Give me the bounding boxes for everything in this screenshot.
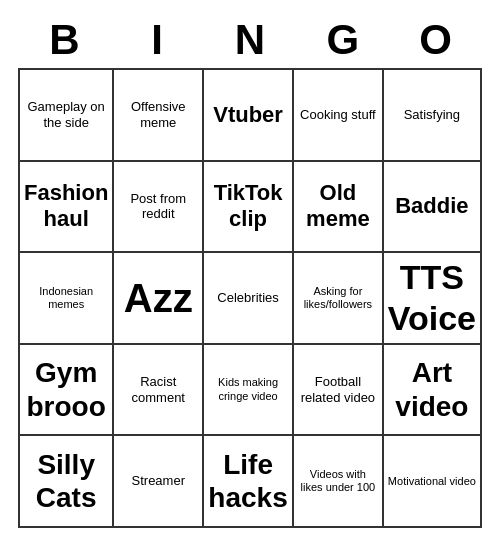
title-letter: N bbox=[206, 16, 294, 64]
bingo-cell: Streamer bbox=[114, 436, 204, 528]
bingo-cell: Asking for likes/followers bbox=[294, 253, 384, 345]
bingo-cell: Fashion haul bbox=[20, 162, 114, 254]
title-letter: I bbox=[113, 16, 201, 64]
bingo-cell: Kids making cringe video bbox=[204, 345, 294, 437]
bingo-grid: Gameplay on the sideOffensive memeVtuber… bbox=[18, 68, 482, 528]
bingo-cell: Baddie bbox=[384, 162, 482, 254]
bingo-cell: Satisfying bbox=[384, 70, 482, 162]
bingo-cell: Post from reddit bbox=[114, 162, 204, 254]
bingo-cell: Gameplay on the side bbox=[20, 70, 114, 162]
bingo-card: BINGO Gameplay on the sideOffensive meme… bbox=[10, 8, 490, 536]
bingo-title: BINGO bbox=[18, 16, 482, 64]
bingo-cell: Cooking stuff bbox=[294, 70, 384, 162]
bingo-cell: TTS Voice bbox=[384, 253, 482, 345]
bingo-cell: Celebrities bbox=[204, 253, 294, 345]
bingo-cell: Offensive meme bbox=[114, 70, 204, 162]
bingo-cell: Motivational video bbox=[384, 436, 482, 528]
bingo-cell: TikTok clip bbox=[204, 162, 294, 254]
bingo-cell: Life hacks bbox=[204, 436, 294, 528]
bingo-cell: Silly Cats bbox=[20, 436, 114, 528]
bingo-cell: Racist comment bbox=[114, 345, 204, 437]
bingo-cell: Art video bbox=[384, 345, 482, 437]
title-letter: O bbox=[392, 16, 480, 64]
bingo-cell: Vtuber bbox=[204, 70, 294, 162]
bingo-cell: Indonesian memes bbox=[20, 253, 114, 345]
bingo-cell: Videos with likes under 100 bbox=[294, 436, 384, 528]
bingo-cell: Azz bbox=[114, 253, 204, 345]
title-letter: G bbox=[299, 16, 387, 64]
bingo-cell: Gym brooo bbox=[20, 345, 114, 437]
bingo-cell: Old meme bbox=[294, 162, 384, 254]
bingo-cell: Football related video bbox=[294, 345, 384, 437]
title-letter: B bbox=[20, 16, 108, 64]
